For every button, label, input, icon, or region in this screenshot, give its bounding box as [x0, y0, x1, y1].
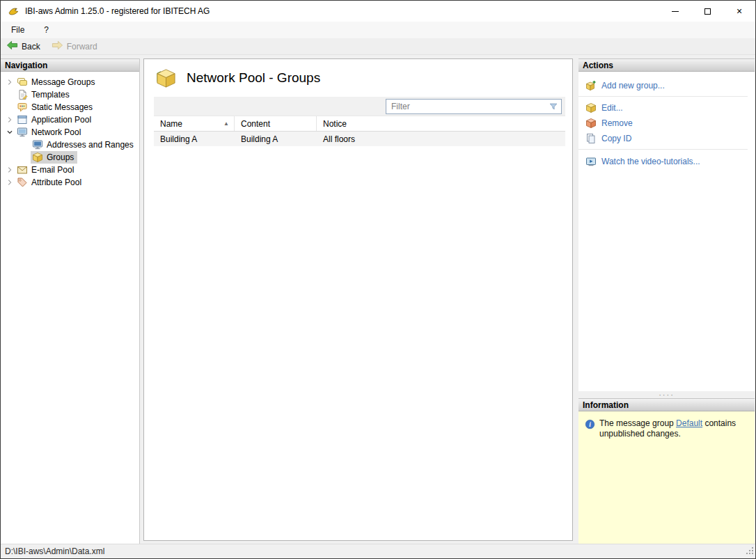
actions-list: Add new group... Edit... Remove Copy ID [578, 72, 755, 391]
filter-box [386, 99, 562, 114]
filter-input[interactable] [386, 100, 546, 113]
back-button[interactable]: Back [6, 40, 40, 52]
table-row[interactable]: Building A Building A All floors [154, 132, 565, 146]
sidebar-item-email-pool[interactable]: E-mail Pool [1, 164, 139, 176]
message-groups-icon [17, 77, 28, 88]
tree-row: Static Messages [15, 101, 96, 113]
chevron-right-icon[interactable] [4, 114, 15, 125]
network-pool-icon [17, 127, 28, 138]
sidebar-item-static-messages[interactable]: Static Messages [1, 101, 139, 113]
main-area: Navigation Message Groups Templates [1, 55, 755, 544]
toolbar: Back Forward [1, 38, 755, 55]
action-watch-video-tutorials[interactable]: Watch the video-tutorials... [578, 154, 755, 169]
action-add-new-group[interactable]: Add new group... [578, 78, 755, 93]
tree-row: Addresses and Ranges [31, 139, 137, 151]
splitter-dots-icon: ···· [659, 393, 675, 397]
expander-spacer [4, 89, 15, 100]
action-edit[interactable]: Edit... [578, 100, 755, 116]
separator [578, 149, 748, 150]
minimize-button[interactable] [659, 1, 691, 22]
forward-arrow-icon [52, 40, 63, 52]
maximize-button[interactable] [691, 1, 723, 22]
groups-cube-icon [32, 152, 43, 163]
action-copy-id[interactable]: Copy ID [578, 131, 755, 146]
tree-label: Network Pool [31, 127, 81, 137]
menu-help[interactable]: ? [39, 24, 54, 36]
copy-icon [585, 133, 597, 144]
tree-label: Addresses and Ranges [47, 140, 134, 150]
filter-funnel-icon[interactable] [546, 102, 561, 111]
sidebar-item-templates[interactable]: Templates [1, 88, 139, 101]
sidebar-item-attribute-pool[interactable]: Attribute Pool [1, 176, 139, 189]
separator [578, 96, 748, 97]
tree-label: E-mail Pool [31, 165, 74, 175]
column-label: Notice [323, 119, 347, 129]
addresses-ranges-icon [32, 139, 43, 150]
chevron-right-icon[interactable] [4, 164, 15, 175]
panel-splitter[interactable]: ···· [578, 391, 755, 398]
tree-row: Message Groups [15, 76, 98, 88]
default-group-link[interactable]: Default [676, 418, 702, 428]
attribute-pool-icon [17, 177, 28, 188]
info-icon: i [585, 419, 595, 432]
info-text-before: The message group [599, 418, 676, 428]
templates-icon [17, 89, 28, 100]
action-link[interactable]: Watch the video-tutorials... [601, 157, 700, 166]
column-header-notice[interactable]: Notice [317, 116, 565, 131]
tree-row: Templates [15, 88, 73, 101]
action-link[interactable]: Edit... [601, 103, 623, 113]
cell-name: Building A [154, 132, 235, 146]
chevron-right-icon[interactable] [4, 77, 15, 88]
column-label: Name [160, 119, 182, 129]
window-controls: × [659, 1, 755, 22]
tree-label: Attribute Pool [31, 178, 81, 187]
sidebar-item-groups[interactable]: Groups [1, 151, 139, 164]
table-empty-area [154, 146, 565, 540]
expander-spacer [4, 102, 15, 113]
edit-group-icon [585, 102, 597, 113]
menu-file[interactable]: File [6, 24, 29, 36]
tree-label: Groups [47, 152, 74, 162]
sort-ascending-icon: ▲ [223, 120, 229, 127]
filter-bar [154, 97, 565, 116]
information-panel: i The message group Default contains unp… [578, 411, 755, 544]
close-icon: × [737, 6, 742, 17]
minimize-icon [672, 11, 679, 12]
maximize-icon [704, 8, 711, 15]
page-header: Network Pool - Groups [144, 59, 572, 97]
tree-row: Network Pool [15, 126, 84, 139]
action-link[interactable]: Add new group... [601, 81, 665, 90]
close-button[interactable]: × [723, 1, 755, 22]
menubar: File ? [1, 22, 755, 38]
action-link[interactable]: Copy ID [601, 134, 631, 143]
cell-content: Building A [235, 132, 317, 146]
sidebar-item-network-pool[interactable]: Network Pool [1, 126, 139, 139]
app-window: IBI-aws Admin 1.25.0 - registered for IB… [0, 0, 756, 559]
table-header: Name ▲ Content Notice [154, 116, 565, 132]
forward-label: Forward [67, 42, 97, 52]
sidebar-item-message-groups[interactable]: Message Groups [1, 76, 139, 88]
column-header-content[interactable]: Content [235, 116, 317, 131]
column-header-name[interactable]: Name ▲ [154, 116, 235, 131]
status-file-path: D:\IBI-aws\Admin\Data.xml [5, 546, 104, 556]
chevron-down-icon[interactable] [4, 127, 15, 138]
resize-grip-icon[interactable] [745, 546, 754, 557]
tree-label: Message Groups [31, 77, 95, 87]
information-header: Information [578, 398, 755, 411]
sidebar-item-addresses-and-ranges[interactable]: Addresses and Ranges [1, 139, 139, 151]
content-panel: Network Pool - Groups Name ▲ [143, 58, 573, 541]
email-pool-icon [17, 164, 28, 175]
svg-text:i: i [589, 421, 591, 428]
video-tutorials-icon [585, 156, 597, 167]
action-remove[interactable]: Remove [578, 116, 755, 131]
remove-group-icon [585, 118, 597, 129]
sidebar-item-application-pool[interactable]: Application Pool [1, 113, 139, 126]
action-link[interactable]: Remove [601, 118, 633, 128]
actions-header: Actions [578, 58, 755, 72]
back-arrow-icon [6, 40, 18, 52]
chevron-right-icon[interactable] [4, 177, 15, 188]
forward-button[interactable]: Forward [52, 40, 97, 52]
tree-row: Application Pool [15, 113, 95, 126]
tree-label: Application Pool [31, 115, 91, 125]
column-label: Content [241, 119, 270, 129]
